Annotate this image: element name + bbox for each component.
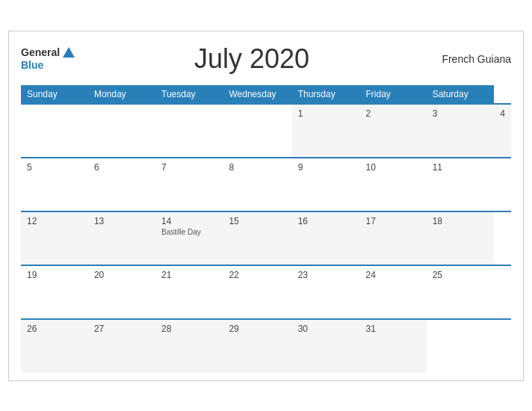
- calendar-grid: SundayMondayTuesdayWednesdayThursdayFrid…: [21, 85, 511, 373]
- day-number: 23: [298, 270, 354, 280]
- calendar-cell: 18: [427, 211, 495, 265]
- calendar-cell: [427, 319, 495, 373]
- day-number: 2: [365, 108, 420, 119]
- calendar-cell: [88, 104, 155, 158]
- day-number: 4: [500, 108, 505, 119]
- week-row-1: 1234: [21, 104, 511, 158]
- day-number: 19: [27, 270, 82, 280]
- day-number: 24: [365, 270, 420, 280]
- calendar-cell: 5: [21, 158, 88, 211]
- weekday-header-thursday: Thursday: [292, 85, 360, 104]
- calendar-cell: 13: [88, 211, 155, 265]
- calendar-cell: 7: [155, 158, 223, 211]
- logo-blue-text: Blue: [21, 59, 75, 72]
- calendar-cell: 28: [155, 319, 223, 373]
- weekday-header-friday: Friday: [359, 85, 426, 104]
- calendar-cell: 6: [88, 158, 155, 211]
- day-number: 28: [161, 324, 217, 334]
- calendar-cell: 12: [21, 211, 88, 265]
- day-number: 6: [94, 162, 149, 173]
- week-row-2: 567891011: [21, 158, 511, 211]
- calendar-cell: 14Bastille Day: [155, 211, 223, 265]
- calendar-cell: 11: [427, 158, 495, 211]
- weekday-header-saturday: Saturday: [427, 85, 495, 104]
- calendar-cell: 19: [21, 265, 88, 319]
- day-number: 5: [27, 162, 82, 173]
- weekday-header-wednesday: Wednesday: [223, 85, 291, 104]
- day-number: 13: [94, 216, 149, 226]
- day-number: 16: [298, 216, 354, 226]
- day-number: 30: [298, 324, 354, 334]
- weekday-header-row: SundayMondayTuesdayWednesdayThursdayFrid…: [21, 85, 511, 104]
- calendar-cell: 31: [359, 319, 426, 373]
- calendar-header: General Blue July 2020 French Guiana: [21, 43, 511, 75]
- day-number: 31: [365, 324, 420, 334]
- weekday-header-monday: Monday: [88, 85, 155, 104]
- week-row-3: 121314Bastille Day15161718: [21, 211, 511, 265]
- day-number: 12: [27, 216, 82, 226]
- calendar-cell: 21: [155, 265, 223, 319]
- day-number: 27: [94, 324, 149, 334]
- day-number: 9: [298, 162, 354, 173]
- day-number: 1: [298, 108, 354, 119]
- logo-triangle-icon: [63, 47, 75, 58]
- day-number: 11: [433, 162, 489, 173]
- week-row-5: 262728293031: [21, 319, 511, 373]
- day-number: 18: [433, 216, 489, 226]
- calendar-cell: 1: [292, 104, 360, 158]
- calendar-cell: 17: [359, 211, 426, 265]
- logo: General Blue: [21, 46, 75, 72]
- day-number: 15: [229, 216, 285, 226]
- calendar-cell: 15: [223, 211, 291, 265]
- day-number: 21: [161, 270, 217, 280]
- calendar-cell: 22: [223, 265, 291, 319]
- day-number: 26: [27, 324, 82, 334]
- region-label: French Guiana: [429, 53, 511, 65]
- weekday-header-sunday: Sunday: [21, 85, 88, 104]
- day-number: 25: [433, 270, 489, 280]
- calendar-cell: 9: [292, 158, 360, 211]
- day-number: 17: [365, 216, 420, 226]
- calendar-cell: 25: [427, 265, 495, 319]
- calendar-cell: [21, 104, 88, 158]
- calendar-cell: 26: [21, 319, 88, 373]
- calendar-cell: 3: [427, 104, 495, 158]
- calendar-cell: 8: [223, 158, 291, 211]
- day-number: 20: [94, 270, 149, 280]
- calendar-cell: 29: [223, 319, 291, 373]
- calendar-title: July 2020: [75, 43, 429, 75]
- calendar-cell: 2: [359, 104, 426, 158]
- logo-general-text: General: [21, 46, 60, 59]
- calendar-cell: 16: [292, 211, 360, 265]
- calendar-cell: 10: [359, 158, 426, 211]
- calendar-container: General Blue July 2020 French Guiana Sun…: [8, 31, 524, 381]
- calendar-cell: 27: [88, 319, 155, 373]
- day-number: 10: [365, 162, 420, 173]
- calendar-cell: [223, 104, 291, 158]
- day-number: 8: [229, 162, 285, 173]
- calendar-cell: 4: [494, 104, 511, 158]
- calendar-cell: 20: [88, 265, 155, 319]
- calendar-cell: 30: [292, 319, 360, 373]
- weekday-header-tuesday: Tuesday: [155, 85, 223, 104]
- day-number: 29: [229, 324, 285, 334]
- week-row-4: 19202122232425: [21, 265, 511, 319]
- calendar-cell: 23: [292, 265, 360, 319]
- day-number: 7: [161, 162, 217, 173]
- day-number: 14: [161, 216, 217, 226]
- day-event: Bastille Day: [161, 228, 217, 236]
- day-number: 3: [433, 108, 489, 119]
- calendar-cell: 24: [359, 265, 426, 319]
- calendar-cell: [155, 104, 223, 158]
- day-number: 22: [229, 270, 285, 280]
